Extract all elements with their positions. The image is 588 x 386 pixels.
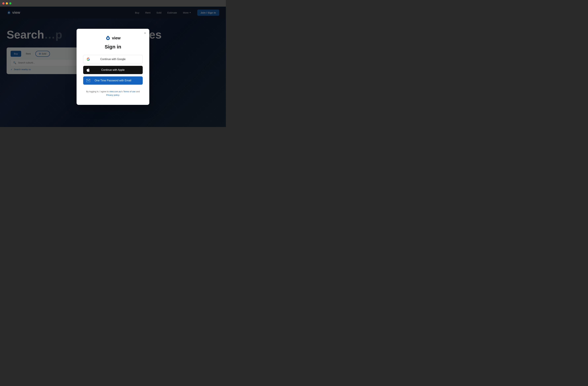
continue-with-apple-button[interactable]: Continue with Apple	[83, 66, 143, 74]
google-icon	[87, 58, 90, 61]
maximize-button[interactable]	[9, 2, 11, 4]
email-button-label: One Time Password with Email	[86, 79, 139, 82]
modal-close-button[interactable]: ×	[144, 31, 146, 35]
terms-link[interactable]: Terms of use	[123, 90, 135, 93]
site-link[interactable]: view.com.au	[109, 90, 121, 93]
email-icon	[86, 79, 90, 82]
signin-modal: × view Sign in	[77, 29, 149, 105]
apple-icon	[86, 68, 90, 72]
continue-with-google-button[interactable]: Continue with Google	[83, 55, 143, 64]
close-button[interactable]	[2, 2, 4, 4]
modal-footer: By logging in, I agree to view.com.au's …	[83, 90, 143, 97]
browser-content: view Buy Rent Sold Estimate More ▾ Join …	[0, 7, 226, 127]
otp-email-button[interactable]: One Time Password with Email	[83, 76, 143, 85]
window-chrome	[0, 0, 226, 7]
modal-logo-text: view	[112, 36, 121, 40]
google-button-label: Continue with Google	[87, 58, 139, 61]
apple-button-label: Continue with Apple	[86, 68, 139, 71]
modal-logo-icon	[105, 35, 111, 41]
svg-rect-2	[86, 79, 90, 82]
privacy-link[interactable]: Privacy policy	[106, 94, 119, 96]
modal-title: Sign in	[83, 44, 143, 50]
modal-overlay[interactable]: × view Sign in	[0, 7, 226, 127]
minimize-button[interactable]	[6, 2, 8, 4]
modal-logo: view	[83, 35, 143, 41]
